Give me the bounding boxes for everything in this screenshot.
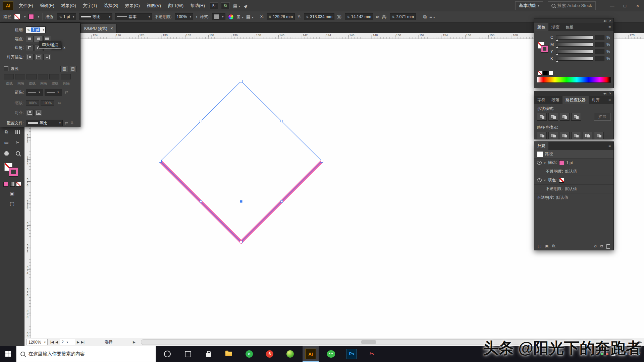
exclude-button[interactable]: [571, 113, 581, 121]
symbol-sprayer-tool[interactable]: ⧉: [2, 128, 11, 135]
midpoint-handle[interactable]: [200, 120, 202, 122]
appearance-row-stroke[interactable]: ∨ 描边: 1 pt: [534, 159, 613, 167]
appearance-row-fill-opacity[interactable]: 不透明度: 默认值: [534, 185, 613, 193]
tab-align[interactable]: 对齐: [589, 96, 603, 104]
zoom-level-combo[interactable]: 1200% ▾: [26, 339, 48, 345]
dash-field[interactable]: [26, 74, 37, 79]
anchor-left[interactable]: [159, 160, 162, 163]
gap-field[interactable]: [38, 74, 48, 79]
channel-value-field[interactable]: [595, 42, 604, 47]
task-view-button[interactable]: [180, 346, 196, 362]
unite-button[interactable]: [537, 113, 547, 121]
photoshop-button[interactable]: Ps: [343, 346, 360, 362]
profile-combo[interactable]: 等比 ▾: [26, 120, 63, 126]
menu-item[interactable]: 窗口(W): [164, 3, 187, 9]
dash-field[interactable]: [4, 74, 14, 79]
stroke-color-indicator[interactable]: [541, 46, 548, 52]
menu-item[interactable]: 编辑(E): [37, 3, 58, 9]
visibility-eye-icon[interactable]: [537, 178, 542, 182]
wechat-button[interactable]: [323, 346, 339, 362]
slider-thumb[interactable]: [556, 46, 558, 48]
color-fill-stroke-proxy[interactable]: [538, 42, 551, 55]
opacity-combo[interactable]: 100% ▾: [175, 13, 193, 20]
butt-cap-button[interactable]: [26, 36, 34, 42]
close-button[interactable]: ×: [631, 0, 644, 11]
selection-outline-path[interactable]: [160, 81, 322, 242]
first-artboard-icon[interactable]: |◀: [50, 340, 54, 344]
appearance-row-stroke-opacity[interactable]: 不透明度: 默认值: [534, 167, 613, 176]
zoom-tool[interactable]: [13, 149, 22, 157]
delete-item-icon[interactable]: [606, 244, 610, 249]
menu-item[interactable]: 文件(F): [15, 3, 37, 9]
next-artboard-icon[interactable]: ▶: [77, 340, 79, 344]
screen-mode-icon[interactable]: ▢: [10, 201, 14, 207]
panel-menu-icon[interactable]: ≡: [606, 142, 613, 150]
menu-item[interactable]: 对象(O): [58, 3, 79, 9]
document-tab[interactable]: K/GPU 预览) ×: [80, 24, 117, 33]
appearance-row-opacity[interactable]: 不透明度: 默认值: [534, 193, 613, 202]
midpoint-handle[interactable]: [200, 200, 202, 202]
appearance-row-path[interactable]: 路径: [534, 150, 613, 159]
midpoint-handle[interactable]: [281, 200, 283, 202]
sphere-app-button[interactable]: [282, 346, 298, 362]
minimize-button[interactable]: —: [606, 0, 619, 11]
more-options-icon[interactable]: ≡▾: [429, 14, 435, 19]
channel-slider[interactable]: [556, 57, 593, 61]
stroke-color-swatch[interactable]: [559, 160, 564, 165]
menu-item[interactable]: 帮助(H): [187, 3, 208, 9]
intersect-button[interactable]: [560, 113, 570, 121]
tab-color[interactable]: 颜色: [534, 23, 548, 31]
panel-menu-icon[interactable]: ≡: [606, 96, 613, 104]
stroke-weight-combo[interactable]: ⇅ 1 pt ▾: [57, 13, 76, 20]
tab-paragraph[interactable]: 段落: [548, 96, 562, 104]
miter-join-button[interactable]: [26, 45, 34, 51]
opacity-more-icon[interactable]: ›: [196, 14, 198, 19]
midpoint-handle[interactable]: [280, 120, 282, 122]
add-new-stroke-icon[interactable]: ▢: [538, 244, 541, 248]
screenshot-tool-button[interactable]: ✂: [364, 346, 380, 362]
expand-chevron-icon[interactable]: ∨: [544, 179, 546, 182]
white-swatch[interactable]: [548, 71, 553, 75]
status-expand-icon[interactable]: ▶: [133, 340, 136, 344]
slider-thumb[interactable]: [556, 60, 558, 62]
menu-item[interactable]: 视图(V): [143, 3, 164, 9]
drawing-modes-icon[interactable]: ▣: [10, 191, 14, 197]
slider-thumb[interactable]: [556, 39, 558, 41]
panel-menu-icon[interactable]: ≡: [606, 23, 613, 31]
width-field[interactable]: ⇅ 14.142 mm: [345, 13, 373, 20]
constrain-proportions-icon[interactable]: ∞: [376, 14, 379, 19]
none-swatch[interactable]: [538, 71, 542, 75]
menu-item[interactable]: 效果(C): [122, 3, 143, 9]
gap-field[interactable]: [61, 74, 71, 79]
close-panel-icon[interactable]: ✕: [609, 19, 611, 22]
browser-button[interactable]: e: [241, 346, 257, 362]
divide-button[interactable]: [537, 132, 547, 139]
tab-appearance[interactable]: 外观: [534, 142, 548, 150]
tab-swatches[interactable]: 色板: [562, 23, 577, 31]
anchor-top[interactable]: [240, 80, 243, 82]
arrow-start-combo[interactable]: ▾: [26, 89, 43, 96]
fill-none-swatch[interactable]: [559, 178, 564, 183]
file-explorer-button[interactable]: [221, 346, 237, 362]
color-mode-swatch[interactable]: [3, 182, 8, 187]
arrange-documents-icon[interactable]: ▦▾: [233, 3, 240, 8]
tab-pathfinder[interactable]: 路径查找器: [562, 96, 589, 104]
black-swatch[interactable]: [543, 71, 548, 75]
adobe-stock-search[interactable]: 搜索 Adobe Stock: [548, 1, 596, 10]
menu-item[interactable]: 文字(T): [79, 3, 101, 9]
dash-align-button[interactable]: ▤: [69, 66, 77, 72]
duplicate-item-icon[interactable]: ⧉: [600, 244, 603, 248]
align-stroke-center-button[interactable]: [26, 54, 34, 60]
color-spectrum-bar[interactable]: [537, 77, 611, 83]
merge-button[interactable]: [560, 132, 570, 139]
artboard-number-combo[interactable]: 2 ▾: [60, 339, 75, 345]
tab-close-icon[interactable]: ×: [111, 26, 113, 31]
width-profile-combo[interactable]: 等比 ▾: [79, 13, 112, 20]
stroke-swatch[interactable]: [29, 14, 34, 19]
close-panel-icon[interactable]: ✕: [609, 92, 611, 95]
slice-tool[interactable]: ✂: [13, 139, 22, 146]
x-field[interactable]: ⇅ 129.28 mm: [267, 13, 295, 20]
minus-front-button[interactable]: [548, 113, 558, 121]
clear-appearance-icon[interactable]: ⊘: [593, 244, 597, 248]
expand-chevron-icon[interactable]: ∨: [544, 161, 546, 165]
